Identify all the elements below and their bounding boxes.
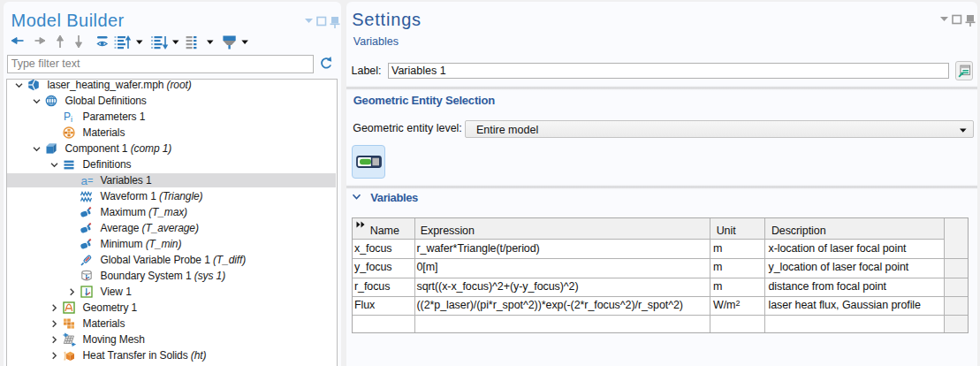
- svg-text:P: P: [64, 111, 71, 123]
- svg-text:=: =: [87, 175, 93, 186]
- svg-text:i: i: [71, 115, 72, 124]
